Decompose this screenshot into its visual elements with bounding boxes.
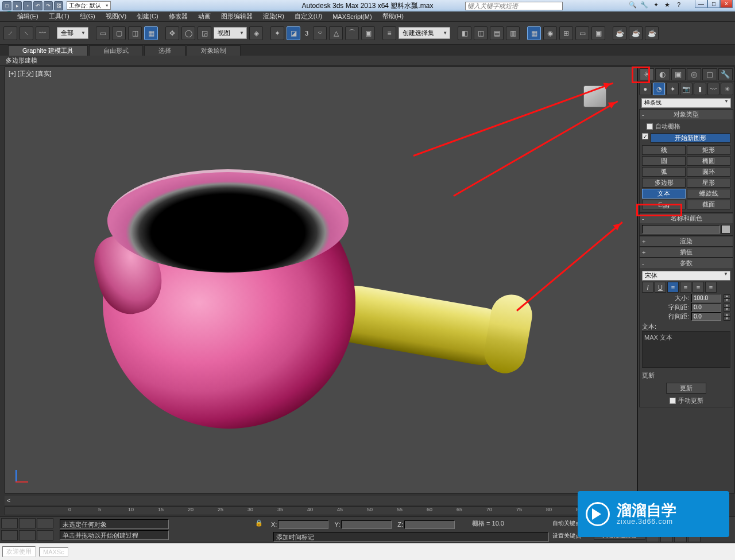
- ribbon-subpanel[interactable]: 多边形建模: [0, 56, 735, 66]
- link-icon[interactable]: ⛓: [54, 1, 63, 10]
- circle-button[interactable]: 圆: [642, 156, 686, 166]
- menu-create[interactable]: 创建(C): [137, 12, 158, 21]
- y-input[interactable]: [341, 520, 392, 529]
- help-search-input[interactable]: [465, 2, 563, 10]
- spinner-arrows[interactable]: ▲▼: [724, 294, 730, 302]
- menu-group[interactable]: 组(G): [80, 12, 95, 21]
- menu-edit[interactable]: 编辑(E): [17, 12, 38, 21]
- egg-button[interactable]: Egg: [642, 200, 686, 209]
- startnew-checkbox[interactable]: ✓: [642, 133, 648, 139]
- shapes-icon[interactable]: ◔: [653, 83, 666, 95]
- render-icon[interactable]: ▣: [591, 26, 605, 40]
- object-color-swatch[interactable]: [721, 225, 730, 234]
- snap-toggle-icon[interactable]: ◪: [287, 26, 300, 40]
- rollup-title[interactable]: 对象类型: [674, 110, 699, 119]
- render-frame-icon[interactable]: ▭: [575, 26, 589, 40]
- maximize-button[interactable]: □: [707, 0, 720, 8]
- named-sel-icon[interactable]: ≡: [382, 26, 396, 40]
- helix-button[interactable]: 螺旋线: [687, 189, 730, 199]
- start-new-shape-button[interactable]: 开始新图形: [651, 133, 730, 143]
- pivot-icon[interactable]: ◈: [249, 26, 263, 40]
- select-name-icon[interactable]: ▢: [112, 26, 126, 40]
- teapot3-icon[interactable]: ☕: [645, 26, 659, 40]
- align-center-button[interactable]: ≡: [680, 282, 691, 293]
- modify-tab-icon[interactable]: ◐: [655, 68, 670, 80]
- donut-button[interactable]: 圆环: [687, 167, 730, 177]
- rollup-interp[interactable]: 插值: [680, 248, 693, 256]
- teapot1-icon[interactable]: ☕: [613, 26, 626, 40]
- menu-views[interactable]: 视图(V): [106, 12, 127, 21]
- menu-tools[interactable]: 工具(T): [49, 12, 69, 21]
- mini-curve-editor[interactable]: [0, 517, 57, 542]
- open-icon[interactable]: ▸: [13, 1, 22, 10]
- workspace-dropdown[interactable]: 工作台: 默认: [67, 1, 111, 10]
- minimize-button[interactable]: —: [695, 0, 707, 8]
- redo-icon[interactable]: ↷: [44, 1, 53, 10]
- tab-freeform[interactable]: 自由形式: [89, 45, 143, 56]
- leading-spinner[interactable]: [691, 312, 721, 321]
- helpers-icon[interactable]: ▮: [694, 83, 706, 95]
- tab-objectpaint[interactable]: 对象绘制: [187, 45, 241, 56]
- spacewarps-icon[interactable]: 〰: [707, 83, 720, 95]
- footer-maxscript[interactable]: MAXSc: [39, 547, 68, 557]
- align-justify-button[interactable]: ≡: [705, 282, 717, 293]
- menu-grapheditors[interactable]: 图形编辑器: [221, 12, 253, 21]
- spinner-snap-icon[interactable]: ⌒: [345, 26, 359, 40]
- help-icon[interactable]: ?: [674, 1, 683, 10]
- rotate-icon[interactable]: ◯: [181, 26, 195, 40]
- signin-icon[interactable]: 🔧: [640, 1, 649, 10]
- tab-selection[interactable]: 选择: [144, 45, 185, 56]
- rectangle-button[interactable]: 矩形: [687, 145, 730, 155]
- font-dropdown[interactable]: 宋体: [642, 271, 730, 281]
- systems-icon[interactable]: ✳: [721, 83, 733, 95]
- lights-icon[interactable]: ✦: [666, 83, 679, 95]
- favorites-icon[interactable]: ★: [663, 1, 672, 10]
- edged-faces-icon[interactable]: ▣: [361, 26, 375, 40]
- tab-graphite[interactable]: Graphite 建模工具: [8, 45, 88, 56]
- time-tag-field[interactable]: 添加时间标记: [273, 532, 549, 542]
- mirror-icon[interactable]: ◧: [458, 26, 471, 40]
- save-icon[interactable]: ▫: [23, 1, 32, 10]
- menu-maxscript[interactable]: MAXScript(M): [332, 13, 372, 20]
- undo-icon[interactable]: ↶: [33, 1, 42, 10]
- new-icon[interactable]: □: [2, 1, 11, 10]
- teapot2-icon[interactable]: ☕: [629, 26, 643, 40]
- kerning-spinner[interactable]: [691, 303, 721, 312]
- footer-welcome[interactable]: 欢迎使用: [2, 546, 36, 557]
- star-button[interactable]: 星形: [687, 178, 730, 188]
- display-tab-icon[interactable]: ▢: [702, 68, 717, 80]
- text-button[interactable]: 文本: [642, 189, 686, 199]
- create-tab-icon[interactable]: ✳: [640, 68, 654, 80]
- menu-rendering[interactable]: 渲染(R): [263, 12, 284, 21]
- track-bar[interactable]: 0510 152025 303540 455055 606570 758085 …: [5, 506, 637, 515]
- render-setup-icon[interactable]: ⊞: [559, 26, 573, 40]
- utilities-tab-icon[interactable]: 🔧: [718, 68, 733, 80]
- size-spinner[interactable]: [691, 294, 721, 302]
- italic-button[interactable]: I: [642, 282, 653, 293]
- time-slider[interactable]: < 0 / 100: [5, 496, 637, 505]
- window-crossing-icon[interactable]: ▦: [144, 26, 158, 40]
- align-icon[interactable]: ◫: [474, 26, 488, 40]
- bind-space-warp-icon[interactable]: 〰: [36, 26, 49, 40]
- viewport-label[interactable]: [+] [正交] [真实]: [9, 69, 52, 78]
- move-icon[interactable]: ✥: [165, 26, 179, 40]
- motion-tab-icon[interactable]: ◎: [687, 68, 701, 80]
- schematic-view-icon[interactable]: ▦: [527, 26, 541, 40]
- align-left-button[interactable]: ≡: [667, 282, 679, 293]
- exchange-icon[interactable]: ✦: [651, 1, 660, 10]
- viewport[interactable]: [+] [正交] [真实]: [5, 67, 637, 493]
- selection-filter-dropdown[interactable]: 全部: [57, 27, 88, 39]
- menu-customize[interactable]: 自定义(U): [295, 12, 322, 21]
- underline-button[interactable]: U: [655, 282, 666, 293]
- arc-button[interactable]: 弧: [642, 167, 686, 177]
- select-region-icon[interactable]: ◫: [128, 26, 142, 40]
- text-content-input[interactable]: MAX 文本: [642, 331, 730, 368]
- angle-snap-icon[interactable]: ⌔: [313, 26, 327, 40]
- scale-icon[interactable]: ◲: [198, 26, 211, 40]
- percent-snap-icon[interactable]: △: [329, 26, 343, 40]
- rollup-render[interactable]: 渲染: [680, 237, 693, 246]
- cameras-icon[interactable]: 📷: [680, 83, 693, 95]
- curve-editor-icon[interactable]: ▥: [506, 26, 520, 40]
- hierarchy-tab-icon[interactable]: ▣: [671, 68, 686, 80]
- link-tool-icon[interactable]: ⟋: [3, 26, 17, 40]
